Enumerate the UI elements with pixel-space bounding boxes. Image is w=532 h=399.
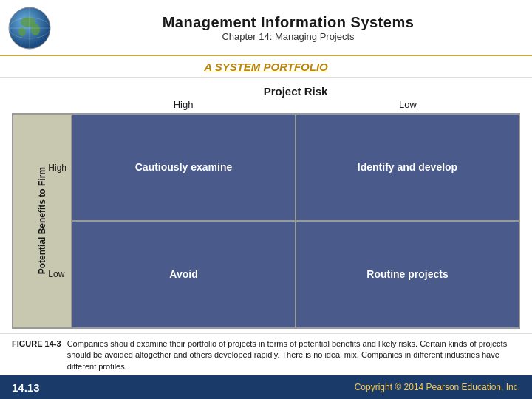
header-text: Management Information Systems Chapter 1…	[52, 14, 525, 42]
cell-cautiously-examine: Cautiously examine	[72, 115, 295, 220]
risk-col-high: High	[71, 99, 296, 110]
project-risk-header: Project Risk	[71, 85, 520, 98]
cell-routine-projects: Routine projects	[295, 222, 519, 327]
page: Management Information Systems Chapter 1…	[0, 0, 532, 399]
risk-col-low: Low	[296, 99, 520, 110]
sub-title: Chapter 14: Managing Projects	[222, 31, 354, 42]
cell-avoid: Avoid	[72, 222, 295, 327]
y-row-low: Low	[48, 269, 66, 279]
copyright: Copyright © 2014 Pearson Education, Inc.	[355, 382, 520, 392]
header: Management Information Systems Chapter 1…	[0, 0, 532, 56]
y-row-high: High	[48, 163, 66, 173]
page-number: 14.13	[12, 381, 40, 394]
matrix-area: Project Risk High Low Potential Benefits…	[12, 85, 520, 329]
globe-icon	[7, 6, 52, 50]
matrix-row-1: Cautiously examine Identify and develop	[72, 115, 519, 220]
section-title: A SYSTEM PORTFOLIO	[204, 61, 328, 73]
figure-text: Companies should examine their portfolio…	[67, 338, 520, 372]
main-content: Project Risk High Low Potential Benefits…	[0, 78, 532, 333]
svg-point-2	[31, 24, 40, 35]
y-axis-label: Potential Benefits to Firm	[37, 167, 47, 274]
matrix-row-2: Avoid Routine projects	[72, 220, 519, 327]
project-risk-label: Project Risk	[71, 85, 520, 98]
main-title: Management Information Systems	[163, 14, 415, 31]
risk-cols: High Low	[71, 99, 520, 110]
y-rows-labels: High Low	[48, 115, 66, 327]
svg-point-3	[18, 27, 26, 36]
cell-identify-develop: Identify and develop	[295, 115, 519, 220]
y-axis-container: Potential Benefits to Firm High Low	[13, 115, 72, 327]
figure-caption: FIGURE 14-3 Companies should examine the…	[0, 333, 532, 375]
section-title-bar: A SYSTEM PORTFOLIO	[0, 56, 532, 78]
matrix-grid: Cautiously examine Identify and develop …	[72, 115, 519, 327]
matrix-body: Potential Benefits to Firm High Low Caut…	[12, 113, 520, 329]
figure-label: FIGURE 14-3	[12, 338, 61, 372]
footer: 14.13 Copyright © 2014 Pearson Education…	[0, 375, 532, 399]
